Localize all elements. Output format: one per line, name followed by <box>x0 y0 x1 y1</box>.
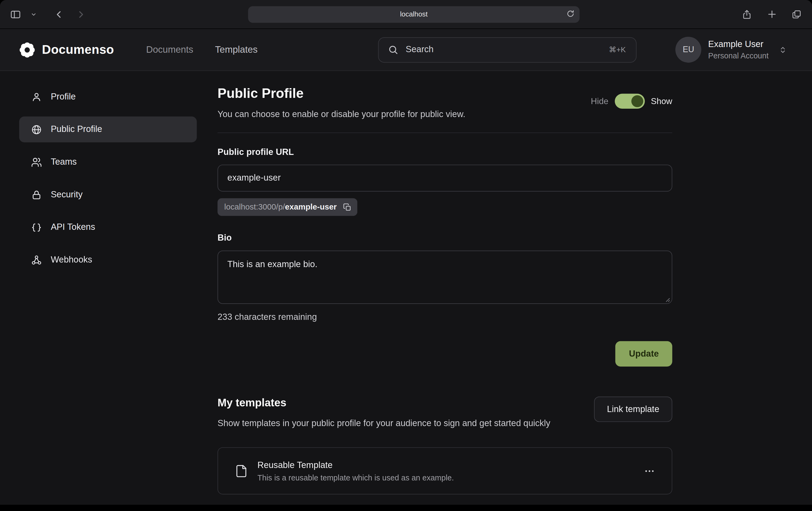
sidebar-item-public-profile[interactable]: Public Profile <box>19 117 197 143</box>
sidebar-item-label: Teams <box>51 157 77 167</box>
settings-sidebar: Profile Public Profile Teams Security <box>0 71 218 505</box>
app-header: Documenso Documents Templates ⌘+K EU Exa… <box>0 29 812 71</box>
main-nav: Documents Templates <box>146 44 258 55</box>
sidebar-item-label: Webhooks <box>51 255 92 265</box>
link-prefix: localhost:3000/p/ <box>224 203 285 211</box>
browser-back-icon[interactable] <box>52 7 66 22</box>
my-templates-description: Show templates in your public profile fo… <box>218 417 550 430</box>
sidebar-item-security[interactable]: Security <box>19 182 197 208</box>
template-title: Reusable Template <box>258 460 454 471</box>
chevrons-up-down-icon <box>779 46 787 54</box>
search-input[interactable] <box>405 44 603 55</box>
account-name: Example User <box>708 39 769 50</box>
copy-icon[interactable] <box>343 203 352 212</box>
browser-address-bar[interactable]: localhost <box>248 6 579 23</box>
browser-forward-icon <box>74 7 88 22</box>
account-type: Personal Account <box>708 51 769 60</box>
browser-chrome: localhost <box>0 0 812 29</box>
toggle-hide-label: Hide <box>591 96 608 106</box>
profile-visibility-toggle[interactable] <box>614 94 644 109</box>
page-title: Public Profile <box>218 85 465 101</box>
toggle-show-label: Show <box>651 96 672 106</box>
characters-remaining: 233 characters remaining <box>218 312 672 323</box>
sidebar-item-label: Security <box>51 189 83 200</box>
browser-sidebar-toggle-icon[interactable] <box>8 7 23 22</box>
template-card: Reusable Template This is a reusable tem… <box>218 448 672 494</box>
nav-documents[interactable]: Documents <box>146 44 193 55</box>
account-menu[interactable]: EU Example User Personal Account <box>675 37 787 63</box>
browser-url-text: localhost <box>400 10 428 18</box>
content: Profile Public Profile Teams Security <box>0 71 812 505</box>
bio-textarea[interactable]: This is an example bio. <box>218 251 672 304</box>
bio-label: Bio <box>218 233 672 243</box>
public-profile-url-input[interactable] <box>218 164 672 192</box>
browser-share-icon[interactable] <box>740 7 754 22</box>
search-icon <box>388 44 399 55</box>
sidebar-item-profile[interactable]: Profile <box>19 84 197 110</box>
globe-icon <box>31 124 42 135</box>
window-bottom-edge <box>0 505 812 511</box>
browser-reload-icon[interactable] <box>566 9 575 18</box>
documenso-logo-icon <box>19 42 35 58</box>
sidebar-item-teams[interactable]: Teams <box>19 149 197 175</box>
lock-icon <box>31 189 42 200</box>
page-subtitle: You can choose to enable or disable your… <box>218 109 465 120</box>
my-templates-title: My templates <box>218 397 550 409</box>
users-icon <box>31 156 42 168</box>
browser-new-tab-icon[interactable] <box>764 7 779 22</box>
sidebar-item-api-tokens[interactable]: API Tokens <box>19 214 197 240</box>
nav-templates[interactable]: Templates <box>215 44 258 55</box>
sidebar-item-label: Public Profile <box>51 124 102 134</box>
braces-icon <box>31 222 42 233</box>
sidebar-item-label: Profile <box>51 92 76 102</box>
sidebar-item-label: API Tokens <box>51 222 95 232</box>
toggle-knob <box>631 95 643 107</box>
webhook-icon <box>31 254 42 265</box>
resize-handle-icon[interactable] <box>664 296 670 302</box>
link-user: example-user <box>285 203 337 211</box>
sidebar-item-webhooks[interactable]: Webhooks <box>19 247 197 273</box>
brand[interactable]: Documenso <box>19 42 114 58</box>
template-menu-button[interactable] <box>644 465 655 477</box>
profile-visibility-toggle-row: Hide Show <box>591 94 672 109</box>
browser-window: localhost <box>0 0 812 511</box>
browser-tab-overview-icon[interactable] <box>789 7 804 22</box>
divider <box>218 132 672 133</box>
browser-sidebar-chevron-icon[interactable] <box>30 7 37 22</box>
main-panel: Public Profile You can choose to enable … <box>218 71 812 505</box>
template-description: This is a reusable template which is use… <box>258 473 454 482</box>
user-icon <box>31 91 42 102</box>
public-profile-url-label: Public profile URL <box>218 147 672 157</box>
file-icon <box>234 464 248 478</box>
update-button[interactable]: Update <box>615 341 672 367</box>
avatar: EU <box>675 37 701 63</box>
search-shortcut: ⌘+K <box>609 46 626 54</box>
search-box[interactable]: ⌘+K <box>378 37 636 62</box>
public-profile-link-badge: localhost:3000/p/example-user <box>218 198 357 216</box>
link-template-button[interactable]: Link template <box>594 397 672 422</box>
brand-name: Documenso <box>42 42 114 57</box>
